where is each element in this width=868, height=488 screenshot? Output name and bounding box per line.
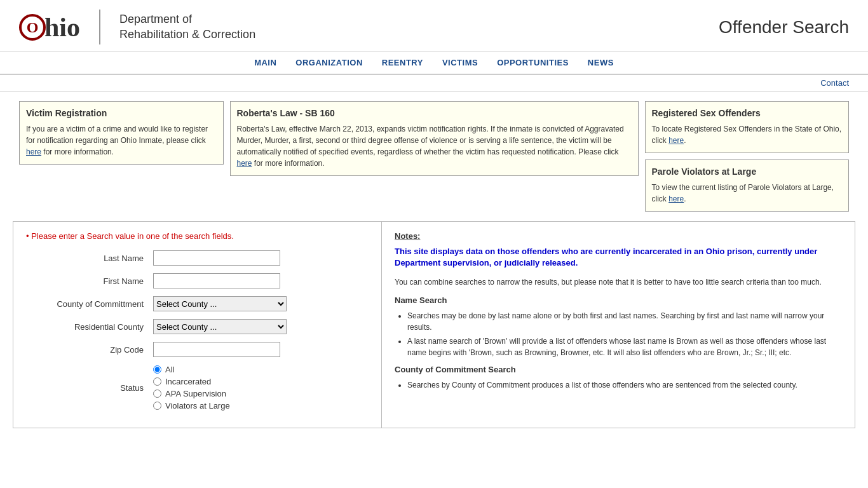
status-apa-label[interactable]: APA Supervision <box>153 389 230 398</box>
main-content: • Please enter a Search value in one of … <box>13 221 855 428</box>
zip-code-label: Zip Code <box>26 345 153 355</box>
first-name-row: First Name <box>26 273 369 288</box>
parole-violators-box: Parole Violators at Large To view the cu… <box>645 159 850 212</box>
sex-offenders-box: Registered Sex Offenders To locate Regis… <box>645 101 850 153</box>
nav-organization[interactable]: ORGANIZATION <box>295 58 362 67</box>
last-name-row: Last Name <box>26 250 369 266</box>
victim-here-link[interactable]: here <box>26 147 41 156</box>
status-options-wrapper: All Incarcerated APA Supervision Violato… <box>153 365 230 410</box>
county-search-list: Searches by County of Commitment produce… <box>407 379 842 391</box>
name-search-list: Searches may be done by last name alone … <box>407 310 842 358</box>
status-violators-label[interactable]: Violators at Large <box>153 401 230 410</box>
status-violators-text: Violators at Large <box>165 401 230 410</box>
nav-news[interactable]: NEWS <box>588 58 614 67</box>
notes-panel: Notes: This site displays data on those … <box>382 222 855 428</box>
first-name-input[interactable] <box>153 273 280 288</box>
county-commitment-select[interactable]: Select County ...AdamsAllenAshlandAshtab… <box>153 296 287 311</box>
parole-violators-title: Parole Violators at Large <box>652 166 843 177</box>
notes-general: You can combine searches to narrow the r… <box>395 276 842 288</box>
main-nav: MAIN ORGANIZATION REENTRY VICTIMS OPPORT… <box>0 51 868 75</box>
sex-offenders-here-link[interactable]: here <box>668 136 684 145</box>
county-commitment-input-wrapper: Select County ...AdamsAllenAshlandAshtab… <box>153 296 287 311</box>
victim-registration-box: Victim Registration If you are a victim … <box>19 101 224 165</box>
nav-main[interactable]: MAIN <box>254 58 276 67</box>
name-search-title: Name Search <box>395 295 842 305</box>
sex-offenders-title: Registered Sex Offenders <box>652 108 843 118</box>
ohio-circle-o: O <box>19 14 46 41</box>
robertas-law-box: Roberta's Law - SB 160 Roberta's Law, ef… <box>230 101 639 176</box>
victim-registration-title: Victim Registration <box>26 108 217 118</box>
last-name-input[interactable] <box>153 250 280 266</box>
robertas-law-area: Roberta's Law - SB 160 Roberta's Law, ef… <box>230 101 639 212</box>
name-search-bullet-1: Searches may be done by last name alone … <box>407 310 842 333</box>
nav-reentry[interactable]: REENTRY <box>382 58 423 67</box>
victim-registration-text: If you are a victim of a crime and would… <box>26 123 217 158</box>
status-apa-radio[interactable] <box>153 390 161 398</box>
residential-county-row: Residential County Select County ...Adam… <box>26 319 369 334</box>
residential-county-select[interactable]: Select County ...AdamsAllenAshlandAshtab… <box>153 319 287 334</box>
parole-here-link[interactable]: here <box>668 194 684 203</box>
parole-violators-text: To view the current listing of Parole Vi… <box>652 182 843 205</box>
notes-highlight: This site displays data on those offende… <box>395 246 842 269</box>
status-incarcerated-label[interactable]: Incarcerated <box>153 377 230 386</box>
search-panel: • Please enter a Search value in one of … <box>13 222 382 428</box>
county-search-title: County of Commitment Search <box>395 365 842 374</box>
victim-registration-area: Victim Registration If you are a victim … <box>19 101 224 212</box>
zip-code-input[interactable] <box>153 342 280 357</box>
robertas-here-link[interactable]: here <box>237 159 252 168</box>
first-name-label: First Name <box>26 276 153 286</box>
residential-county-input-wrapper: Select County ...AdamsAllenAshlandAshtab… <box>153 319 287 334</box>
status-incarcerated-radio[interactable] <box>153 377 161 386</box>
nav-opportunities[interactable]: OPPORTUNITIES <box>497 58 569 67</box>
logo-area: O hio Department of Rehabilitation & Cor… <box>19 10 255 44</box>
county-search-bullet-1: Searches by County of Commitment produce… <box>407 379 842 391</box>
status-label: Status <box>26 383 153 393</box>
contact-link[interactable]: Contact <box>820 78 849 88</box>
first-name-input-wrapper <box>153 273 280 288</box>
zip-code-input-wrapper <box>153 342 280 357</box>
last-name-label: Last Name <box>26 254 153 263</box>
robertas-law-text: Roberta's Law, effective March 22, 2013,… <box>237 123 632 169</box>
status-all-radio[interactable] <box>153 365 161 374</box>
sex-offenders-text: To locate Registered Sex Offenders in th… <box>652 123 843 146</box>
last-name-input-wrapper <box>153 250 280 266</box>
status-incarcerated-text: Incarcerated <box>165 377 211 386</box>
status-all-text: All <box>165 365 174 374</box>
status-apa-text: APA Supervision <box>165 389 226 398</box>
notes-title: Notes: <box>395 231 842 241</box>
status-options: All Incarcerated APA Supervision Violato… <box>153 365 230 410</box>
error-message: • Please enter a Search value in one of … <box>26 231 369 241</box>
name-search-bullet-2: A last name search of 'Brown' will provi… <box>407 336 842 358</box>
status-violators-radio[interactable] <box>153 402 161 410</box>
logo-divider <box>99 10 100 44</box>
status-row: Status All Incarcerated APA Supervision <box>26 365 369 410</box>
county-commitment-label: County of Committment <box>26 299 153 309</box>
contact-bar: Contact <box>0 75 868 92</box>
zip-code-row: Zip Code <box>26 342 369 357</box>
ohio-logo: O hio <box>19 12 80 43</box>
page-title: Offender Search <box>719 17 849 37</box>
info-boxes: Victim Registration If you are a victim … <box>0 92 868 221</box>
residential-county-label: Residential County <box>26 322 153 332</box>
right-boxes-area: Registered Sex Offenders To locate Regis… <box>645 101 850 212</box>
dept-name: Department of Rehabilitation & Correctio… <box>119 12 255 42</box>
ohio-hio: hio <box>44 12 80 43</box>
nav-victims[interactable]: VICTIMS <box>442 58 478 67</box>
robertas-law-title: Roberta's Law - SB 160 <box>237 108 632 118</box>
status-all-label[interactable]: All <box>153 365 230 374</box>
page-header: O hio Department of Rehabilitation & Cor… <box>0 0 868 51</box>
county-commitment-row: County of Committment Select County ...A… <box>26 296 369 311</box>
